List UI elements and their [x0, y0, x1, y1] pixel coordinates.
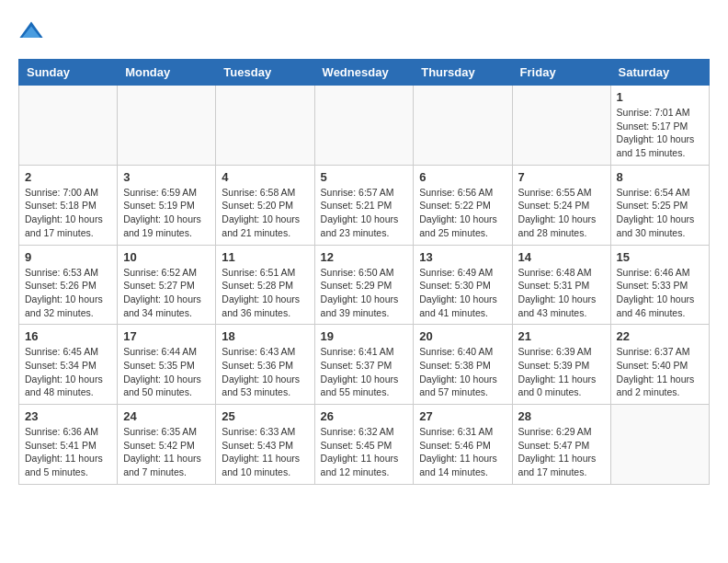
day-info: Sunrise: 6:51 AMSunset: 5:28 PMDaylight:…	[222, 266, 308, 320]
day-cell: 4Sunrise: 6:58 AMSunset: 5:20 PMDaylight…	[216, 165, 314, 245]
day-number: 4	[222, 170, 308, 184]
day-info: Sunrise: 6:37 AMSunset: 5:40 PMDaylight:…	[617, 345, 703, 399]
week-row-3: 9Sunrise: 6:53 AMSunset: 5:26 PMDaylight…	[19, 245, 710, 325]
day-cell: 24Sunrise: 6:35 AMSunset: 5:42 PMDayligh…	[118, 405, 216, 485]
day-cell: 13Sunrise: 6:49 AMSunset: 5:30 PMDayligh…	[414, 245, 512, 325]
day-number: 7	[518, 170, 605, 184]
page: SundayMondayTuesdayWednesdayThursdayFrid…	[0, 0, 728, 503]
day-number: 10	[123, 250, 210, 264]
day-number: 21	[518, 329, 605, 343]
day-cell: 12Sunrise: 6:50 AMSunset: 5:29 PMDayligh…	[314, 245, 414, 325]
day-info: Sunrise: 6:39 AMSunset: 5:39 PMDaylight:…	[518, 345, 605, 399]
day-number: 19	[321, 329, 408, 343]
day-cell	[118, 86, 216, 166]
day-number: 16	[25, 329, 111, 343]
day-info: Sunrise: 6:46 AMSunset: 5:33 PMDaylight:…	[617, 266, 703, 320]
day-cell: 11Sunrise: 6:51 AMSunset: 5:28 PMDayligh…	[216, 245, 314, 325]
weekday-header-tuesday: Tuesday	[216, 60, 314, 86]
day-number: 2	[25, 170, 111, 184]
day-cell: 17Sunrise: 6:44 AMSunset: 5:35 PMDayligh…	[118, 325, 216, 405]
day-number: 22	[617, 329, 703, 343]
day-info: Sunrise: 6:55 AMSunset: 5:24 PMDaylight:…	[518, 186, 605, 240]
day-cell: 27Sunrise: 6:31 AMSunset: 5:46 PMDayligh…	[414, 405, 512, 485]
week-row-1: 1Sunrise: 7:01 AMSunset: 5:17 PMDaylight…	[19, 86, 710, 166]
day-cell: 16Sunrise: 6:45 AMSunset: 5:34 PMDayligh…	[19, 325, 118, 405]
day-cell	[216, 86, 314, 166]
day-info: Sunrise: 6:52 AMSunset: 5:27 PMDaylight:…	[123, 266, 210, 320]
day-cell	[314, 86, 414, 166]
weekday-header-wednesday: Wednesday	[314, 60, 414, 86]
day-cell	[610, 405, 709, 485]
day-info: Sunrise: 6:56 AMSunset: 5:22 PMDaylight:…	[419, 186, 506, 240]
day-number: 14	[518, 250, 605, 264]
day-number: 6	[419, 170, 506, 184]
day-cell: 26Sunrise: 6:32 AMSunset: 5:45 PMDayligh…	[314, 405, 414, 485]
day-cell: 14Sunrise: 6:48 AMSunset: 5:31 PMDayligh…	[512, 245, 610, 325]
day-cell: 5Sunrise: 6:57 AMSunset: 5:21 PMDaylight…	[314, 165, 414, 245]
day-info: Sunrise: 6:29 AMSunset: 5:47 PMDaylight:…	[518, 425, 605, 479]
day-number: 5	[321, 170, 408, 184]
day-number: 8	[617, 170, 703, 184]
day-number: 26	[321, 409, 408, 423]
day-cell: 10Sunrise: 6:52 AMSunset: 5:27 PMDayligh…	[118, 245, 216, 325]
day-cell: 1Sunrise: 7:01 AMSunset: 5:17 PMDaylight…	[610, 86, 709, 166]
day-cell: 22Sunrise: 6:37 AMSunset: 5:40 PMDayligh…	[610, 325, 709, 405]
logo-icon	[18, 18, 44, 44]
week-row-4: 16Sunrise: 6:45 AMSunset: 5:34 PMDayligh…	[19, 325, 710, 405]
day-cell: 18Sunrise: 6:43 AMSunset: 5:36 PMDayligh…	[216, 325, 314, 405]
day-cell: 3Sunrise: 6:59 AMSunset: 5:19 PMDaylight…	[118, 165, 216, 245]
day-cell: 15Sunrise: 6:46 AMSunset: 5:33 PMDayligh…	[610, 245, 709, 325]
day-info: Sunrise: 6:54 AMSunset: 5:25 PMDaylight:…	[617, 186, 703, 240]
week-row-2: 2Sunrise: 7:00 AMSunset: 5:18 PMDaylight…	[19, 165, 710, 245]
day-number: 1	[617, 90, 703, 104]
weekday-header-friday: Friday	[512, 60, 610, 86]
day-info: Sunrise: 6:36 AMSunset: 5:41 PMDaylight:…	[25, 425, 111, 479]
weekday-header-monday: Monday	[118, 60, 216, 86]
day-info: Sunrise: 6:49 AMSunset: 5:30 PMDaylight:…	[419, 266, 506, 320]
day-cell: 2Sunrise: 7:00 AMSunset: 5:18 PMDaylight…	[19, 165, 118, 245]
day-info: Sunrise: 6:40 AMSunset: 5:38 PMDaylight:…	[419, 345, 506, 399]
day-cell: 23Sunrise: 6:36 AMSunset: 5:41 PMDayligh…	[19, 405, 118, 485]
day-number: 20	[419, 329, 506, 343]
weekday-header-row: SundayMondayTuesdayWednesdayThursdayFrid…	[19, 60, 710, 86]
day-number: 9	[25, 250, 111, 264]
day-number: 13	[419, 250, 506, 264]
day-info: Sunrise: 6:45 AMSunset: 5:34 PMDaylight:…	[25, 345, 111, 399]
day-number: 24	[123, 409, 210, 423]
day-info: Sunrise: 6:43 AMSunset: 5:36 PMDaylight:…	[222, 345, 308, 399]
day-cell: 20Sunrise: 6:40 AMSunset: 5:38 PMDayligh…	[414, 325, 512, 405]
day-number: 25	[222, 409, 308, 423]
day-cell: 6Sunrise: 6:56 AMSunset: 5:22 PMDaylight…	[414, 165, 512, 245]
day-info: Sunrise: 7:00 AMSunset: 5:18 PMDaylight:…	[25, 186, 111, 240]
logo	[18, 18, 46, 44]
day-number: 11	[222, 250, 308, 264]
weekday-header-saturday: Saturday	[610, 60, 709, 86]
day-number: 3	[123, 170, 210, 184]
day-number: 27	[419, 409, 506, 423]
day-number: 23	[25, 409, 111, 423]
header	[18, 18, 710, 44]
day-number: 12	[321, 250, 408, 264]
day-info: Sunrise: 6:31 AMSunset: 5:46 PMDaylight:…	[419, 425, 506, 479]
day-cell: 19Sunrise: 6:41 AMSunset: 5:37 PMDayligh…	[314, 325, 414, 405]
day-info: Sunrise: 6:58 AMSunset: 5:20 PMDaylight:…	[222, 186, 308, 240]
day-info: Sunrise: 6:59 AMSunset: 5:19 PMDaylight:…	[123, 186, 210, 240]
day-cell: 25Sunrise: 6:33 AMSunset: 5:43 PMDayligh…	[216, 405, 314, 485]
day-cell	[414, 86, 512, 166]
calendar: SundayMondayTuesdayWednesdayThursdayFrid…	[18, 59, 710, 485]
day-info: Sunrise: 6:50 AMSunset: 5:29 PMDaylight:…	[321, 266, 408, 320]
day-info: Sunrise: 7:01 AMSunset: 5:17 PMDaylight:…	[617, 106, 703, 160]
weekday-header-sunday: Sunday	[19, 60, 118, 86]
day-info: Sunrise: 6:53 AMSunset: 5:26 PMDaylight:…	[25, 266, 111, 320]
day-cell: 9Sunrise: 6:53 AMSunset: 5:26 PMDaylight…	[19, 245, 118, 325]
day-cell	[512, 86, 610, 166]
day-cell: 21Sunrise: 6:39 AMSunset: 5:39 PMDayligh…	[512, 325, 610, 405]
day-number: 15	[617, 250, 703, 264]
day-info: Sunrise: 6:35 AMSunset: 5:42 PMDaylight:…	[123, 425, 210, 479]
day-number: 18	[222, 329, 308, 343]
day-cell: 28Sunrise: 6:29 AMSunset: 5:47 PMDayligh…	[512, 405, 610, 485]
day-info: Sunrise: 6:33 AMSunset: 5:43 PMDaylight:…	[222, 425, 308, 479]
day-number: 17	[123, 329, 210, 343]
day-info: Sunrise: 6:48 AMSunset: 5:31 PMDaylight:…	[518, 266, 605, 320]
day-cell: 7Sunrise: 6:55 AMSunset: 5:24 PMDaylight…	[512, 165, 610, 245]
